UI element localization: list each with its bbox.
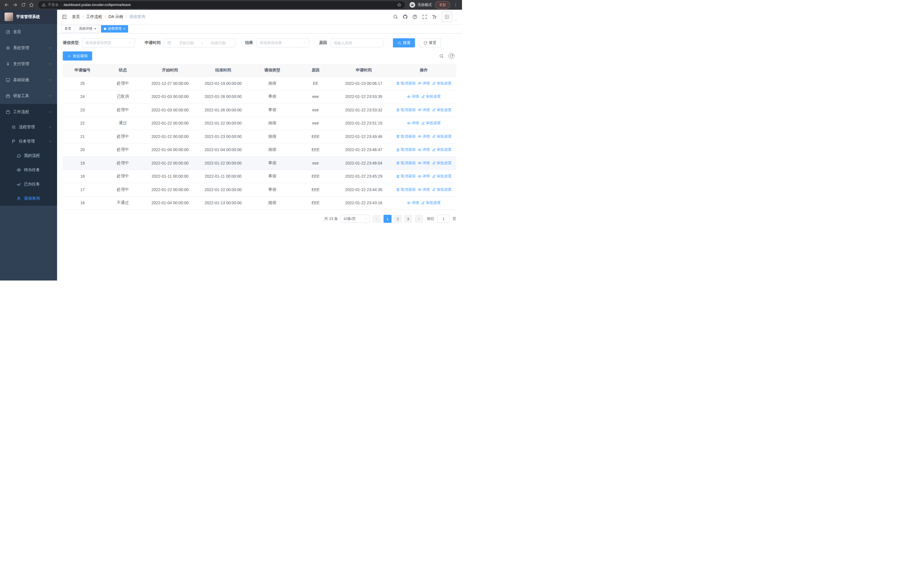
sidebar-item-todo-tasks[interactable]: 待办任务 [0, 163, 57, 177]
leave-type-filter: 请假类型 请选择请假类型 [63, 38, 135, 47]
sidebar-item-done-tasks[interactable]: 已办任务 [0, 177, 57, 191]
tab-home[interactable]: 首页 [62, 25, 74, 33]
search-button[interactable]: 搜索 [393, 38, 415, 47]
fullscreen-icon[interactable] [422, 14, 427, 20]
avatar[interactable] [441, 11, 452, 22]
action-detail-link[interactable]: 详情 [418, 187, 430, 192]
action-detail-link[interactable]: 详情 [407, 120, 419, 126]
cell-start: 2022-01-22 00:00:00 [144, 117, 196, 130]
sidebar-item-task-management[interactable]: 任务管理 [0, 134, 57, 149]
action-cancel-link[interactable]: 取消请假 [396, 107, 416, 113]
cell-end: 2022-01-19 00:00:00 [196, 77, 250, 90]
close-icon[interactable]: × [94, 27, 96, 30]
start-date-input[interactable] [172, 41, 201, 45]
action-detail-link[interactable]: 详情 [418, 107, 430, 113]
action-progress-link[interactable]: 审批进度 [432, 107, 452, 113]
header-search-icon[interactable] [393, 14, 398, 20]
action-detail-link[interactable]: 详情 [418, 81, 430, 86]
bookmark-star-icon[interactable] [397, 3, 402, 7]
forward-icon[interactable] [12, 2, 18, 8]
action-detail-link[interactable]: 详情 [407, 200, 419, 205]
action-progress-link[interactable]: 审批进度 [432, 187, 452, 192]
cell-status: 处理中 [102, 104, 144, 117]
browser-menu-icon[interactable] [453, 3, 458, 7]
action-cancel-link[interactable]: 取消请假 [396, 187, 416, 192]
back-icon[interactable] [4, 2, 9, 8]
action-progress-link[interactable]: 审批进度 [432, 147, 452, 152]
action-progress-link[interactable]: 审批进度 [432, 81, 452, 86]
reload-icon[interactable] [21, 3, 26, 7]
action-progress-link[interactable]: 审批进度 [421, 120, 441, 126]
sidebar-item-home[interactable]: 首页 [0, 24, 57, 40]
update-button[interactable]: 更新 [435, 1, 450, 9]
action-cancel-link[interactable]: 取消请假 [396, 81, 416, 86]
result-select[interactable]: 请选择流结果 [256, 38, 309, 47]
action-detail-link[interactable]: 详情 [407, 94, 419, 99]
chevron-down-icon [303, 41, 306, 45]
end-date-input[interactable] [204, 41, 232, 45]
close-icon[interactable]: × [123, 27, 126, 30]
column-header: 结束时间 [196, 64, 250, 77]
page-buttons: 123 [384, 215, 412, 223]
github-icon[interactable] [403, 14, 408, 20]
browser-home-icon[interactable] [29, 3, 34, 7]
action-cancel-link[interactable]: 取消请假 [396, 161, 416, 165]
sidebar-item-my-process[interactable]: 我的流程 [0, 149, 57, 163]
sidebar-item-payment[interactable]: 支付管理 [0, 56, 57, 72]
page-button-3[interactable]: 3 [404, 215, 412, 223]
action-cancel-link[interactable]: 取消请假 [396, 147, 416, 152]
hamburger-icon[interactable] [62, 14, 68, 20]
goto-page-input[interactable] [437, 215, 450, 223]
font-size-icon[interactable] [432, 14, 437, 20]
action-detail-link[interactable]: 详情 [418, 147, 430, 152]
create-leave-button[interactable]: 发起请假 [63, 51, 92, 60]
action-progress-link[interactable]: 审批进度 [432, 174, 452, 179]
chevron-right-icon [417, 217, 421, 221]
action-detail-link[interactable]: 详情 [418, 134, 430, 139]
page-size-select[interactable]: 10条/页 [341, 215, 370, 223]
sidebar-item-devtools[interactable]: 研发工具 [0, 88, 57, 104]
breadcrumb-item[interactable]: 首页 [72, 14, 80, 20]
tab-leave-query[interactable]: 请假查询× [101, 25, 128, 33]
chevron-down-icon [364, 217, 367, 221]
sidebar-item-leave-query[interactable]: 请假查询 [0, 191, 57, 206]
cell-status: 处理中 [102, 156, 144, 170]
action-detail-link[interactable]: 详情 [418, 161, 430, 165]
reason-input[interactable] [330, 38, 383, 47]
action-cancel-link[interactable]: 取消请假 [396, 174, 416, 179]
page-button-1[interactable]: 1 [384, 215, 392, 223]
leave-type-select[interactable]: 请选择请假类型 [82, 38, 135, 47]
edit-icon [421, 95, 425, 99]
sidebar-item-workflow[interactable]: 工作流程 [0, 104, 57, 120]
action-progress-link[interactable]: 审批进度 [432, 161, 452, 165]
sidebar-item-process-management[interactable]: 流程管理 [0, 120, 57, 134]
action-cancel-link[interactable]: 取消请假 [396, 134, 416, 139]
chevron-down-icon [48, 78, 52, 82]
refresh-table-icon[interactable] [448, 53, 454, 59]
breadcrumb-item[interactable]: OA 示例 [108, 14, 123, 20]
avatar-caret-icon[interactable] [454, 19, 458, 22]
cell-applied: 2022-01-23 00:06:17 [336, 77, 391, 90]
cell-applied: 2022-01-22 23:43:16 [336, 196, 391, 210]
action-progress-link[interactable]: 审批进度 [421, 94, 441, 99]
delete-icon [396, 161, 400, 165]
top-navbar: 首页/工作流程/OA 示例/请假查询 [57, 10, 462, 24]
action-label: 详情 [411, 94, 419, 99]
reset-button[interactable]: 重置 [419, 38, 441, 47]
apply-time-range[interactable]: - [164, 38, 236, 47]
help-icon[interactable] [412, 14, 417, 20]
action-detail-link[interactable]: 详情 [418, 174, 430, 179]
url-bar[interactable]: 不安全 dashboard.yudao.iocoder.cn/bpm/oa/le… [38, 1, 405, 9]
toggle-search-icon[interactable] [439, 54, 444, 58]
next-page-button[interactable] [415, 215, 423, 223]
sidebar-item-infrastructure[interactable]: 基础设施 [0, 72, 57, 88]
breadcrumb-item[interactable]: 工作流程 [86, 14, 102, 20]
tab-process-detail[interactable]: 流程详情× [76, 25, 99, 33]
page-button-2[interactable]: 2 [394, 215, 402, 223]
action-label: 详情 [411, 120, 419, 126]
action-progress-link[interactable]: 审批进度 [421, 200, 441, 205]
incognito-label: 无痕模式 [417, 3, 432, 8]
action-progress-link[interactable]: 审批进度 [432, 134, 452, 139]
sidebar-item-system[interactable]: 系统管理 [0, 40, 57, 56]
prev-page-button[interactable] [373, 215, 381, 223]
